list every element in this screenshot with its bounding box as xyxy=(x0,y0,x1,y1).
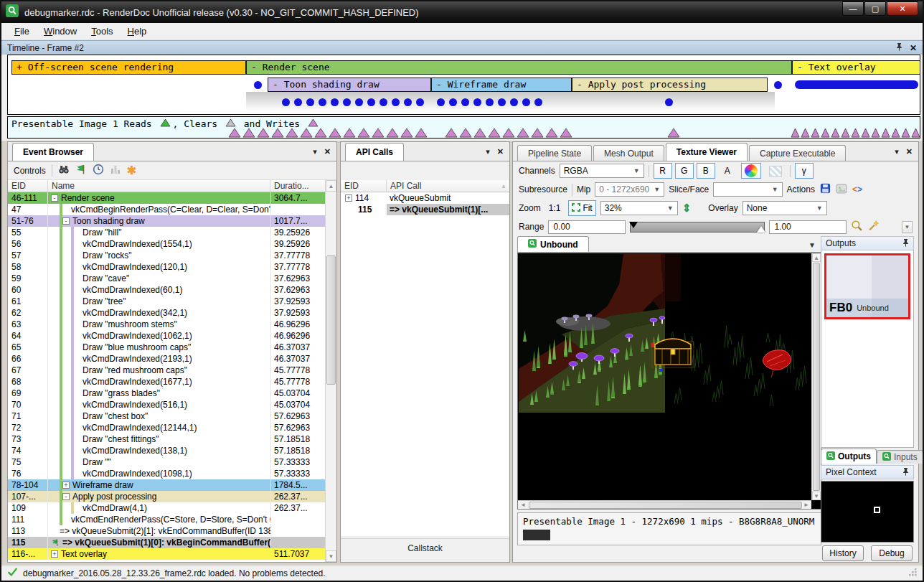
event-marker-pill[interactable] xyxy=(795,80,918,89)
minimize-button[interactable]: — xyxy=(842,1,864,16)
chevron-down-icon[interactable]: ▾ xyxy=(486,147,490,156)
write-markers-strip[interactable] xyxy=(228,128,428,140)
api-call-row[interactable]: 115=> vkQueueSubmit(1)[... xyxy=(341,204,509,215)
event-row[interactable]: 107-...-Apply post processing262.37... xyxy=(8,491,325,502)
rendered-scene-image[interactable] xyxy=(519,254,811,416)
column-duration[interactable]: Duratio... xyxy=(270,180,325,192)
event-marker-dot[interactable] xyxy=(404,98,412,106)
tab-api-calls[interactable]: API Calls xyxy=(345,143,404,161)
close-icon[interactable]: ✕ xyxy=(324,147,331,156)
event-marker-dot[interactable] xyxy=(437,98,445,106)
gamma-toggle[interactable]: γ xyxy=(795,163,814,179)
event-row[interactable]: 47vkCmdBeginRenderPass(C=Clear, D=Clear,… xyxy=(8,204,325,215)
event-marker-dot[interactable] xyxy=(331,98,339,106)
zoom-fit-button[interactable]: Fit xyxy=(568,200,595,216)
timeline-bar[interactable]: - Render scene xyxy=(246,60,792,75)
event-marker-dot[interactable] xyxy=(355,98,363,106)
bookmark-icon[interactable]: ✱ xyxy=(127,164,136,177)
write-markers-strip[interactable] xyxy=(791,128,920,140)
scroll-up-icon[interactable]: ▲ xyxy=(812,253,821,262)
event-row[interactable]: 109vkCmdDraw(4,1)262.37... xyxy=(8,502,325,514)
fb0-thumbnail[interactable]: FB0 Unbound xyxy=(824,253,910,319)
event-row[interactable]: 71Draw "chest box"57.62963 xyxy=(8,410,325,422)
event-row[interactable]: 70vkCmdDrawIndexed(516,1)45.03704 xyxy=(8,399,325,410)
event-row[interactable]: 46-111-Render scene3064.7... xyxy=(8,192,325,204)
channels-select[interactable]: RGBA ▼ xyxy=(560,164,644,178)
event-row[interactable]: 69Draw "grass blades"45.03704 xyxy=(8,388,325,399)
close-icon[interactable]: ✕ xyxy=(906,147,913,156)
event-marker-dot[interactable] xyxy=(665,98,673,106)
event-row[interactable]: 65Draw "blue mushroom caps"46.37037 xyxy=(8,342,325,353)
maximize-button[interactable]: ▢ xyxy=(864,1,886,16)
jump-to-event-icon[interactable] xyxy=(75,164,87,177)
scrollbar-thumb[interactable] xyxy=(529,502,802,509)
tab-inputs[interactable]: Inputs xyxy=(877,450,923,464)
event-row[interactable]: 66vkCmdDrawIndexed(2193,1)46.37037 xyxy=(8,353,325,365)
column-api-call[interactable]: API Call xyxy=(387,180,501,192)
tab-texture-viewer[interactable]: Texture Viewer xyxy=(666,143,748,161)
event-marker-dot[interactable] xyxy=(392,98,400,106)
event-row[interactable]: 68vkCmdDrawIndexed(1677,1)45.77778 xyxy=(8,376,325,388)
event-row[interactable]: 62vkCmdDrawIndexed(342,1)37.92593 xyxy=(8,307,325,319)
tab-outputs[interactable]: Outputs xyxy=(821,449,877,464)
overlay-select[interactable]: None ▼ xyxy=(742,201,827,215)
expand-icon[interactable]: + xyxy=(345,194,352,202)
callstack-section[interactable]: Callstack xyxy=(341,538,509,553)
view-code-icon[interactable]: <> xyxy=(852,184,862,194)
event-marker-dot[interactable] xyxy=(254,81,262,89)
autofit-wand-icon[interactable] xyxy=(867,220,880,234)
viewport-vscrollbar[interactable]: ▲ ▼ xyxy=(811,253,821,500)
flip-y-icon[interactable]: ⇕ xyxy=(682,202,692,215)
scroll-up-icon[interactable]: ▲ xyxy=(501,183,509,189)
scroll-down-icon[interactable]: ▼ xyxy=(326,550,336,562)
zoom-select[interactable]: 32% ▼ xyxy=(600,201,678,215)
event-row[interactable]: 51-76-Toon shading draw1017.7... xyxy=(8,215,325,227)
chevron-down-icon[interactable]: ▾ xyxy=(313,147,317,156)
tab-capture-executable[interactable]: Capture Executable xyxy=(749,145,846,161)
timeline-bar[interactable]: - Toon shading draw xyxy=(268,78,431,92)
event-row[interactable]: 60vkCmdDrawIndexed(60,1)37.62963 xyxy=(8,284,325,296)
tab-event-browser[interactable]: Event Browser xyxy=(12,143,94,161)
range-min-field[interactable]: 0.00 xyxy=(548,220,626,234)
open-resource-icon[interactable] xyxy=(836,184,847,196)
event-row[interactable]: 59Draw "cave"37.62963 xyxy=(8,273,325,284)
event-marker-dot[interactable] xyxy=(498,98,506,106)
timeline-canvas[interactable]: + Off-screen scene rendering- Render sce… xyxy=(7,55,920,115)
history-button[interactable]: History xyxy=(822,545,864,561)
event-row[interactable]: 56vkCmdDrawIndexed(1554,1)39.25926 xyxy=(8,238,325,250)
event-row[interactable]: 58vkCmdDrawIndexed(120,1)37.77778 xyxy=(8,261,325,273)
event-marker-dot[interactable] xyxy=(380,98,387,106)
range-slider[interactable] xyxy=(630,222,765,233)
event-row[interactable]: 57Draw "rocks"37.77778 xyxy=(8,250,325,261)
menu-item-file[interactable]: File xyxy=(7,24,37,39)
event-row[interactable]: 61Draw "tree"37.92593 xyxy=(8,296,325,307)
expand-icon[interactable]: + xyxy=(51,550,58,558)
scrollbar-thumb[interactable] xyxy=(326,255,336,385)
range-white-marker[interactable] xyxy=(757,226,765,233)
pixel-context-view[interactable] xyxy=(821,481,914,543)
event-browser-scrollbar[interactable]: ▲ ▼ xyxy=(325,180,336,562)
event-marker-dot[interactable] xyxy=(306,98,314,106)
channel-r-toggle[interactable]: R xyxy=(654,163,672,179)
event-row[interactable]: 74vkCmdDrawIndexed(138,1)57.18518 xyxy=(8,445,325,456)
expand-icon[interactable]: + xyxy=(62,482,70,489)
pin-icon[interactable] xyxy=(902,238,909,249)
collapse-icon[interactable]: - xyxy=(62,217,70,225)
event-marker-dot[interactable] xyxy=(473,98,481,106)
scroll-down-icon[interactable]: ▼ xyxy=(812,492,821,500)
event-row[interactable]: 75Draw ""57.33333 xyxy=(8,456,325,468)
save-texture-icon[interactable] xyxy=(820,183,831,196)
channel-b-toggle[interactable]: B xyxy=(697,163,715,179)
scroll-up-icon[interactable]: ▲ xyxy=(326,180,336,192)
tab-mesh-output[interactable]: Mesh Output xyxy=(593,145,664,161)
event-row[interactable]: 76vkCmdDrawIndexed(1098,1)57.33333 xyxy=(8,468,325,479)
column-eid[interactable]: EID xyxy=(8,180,48,192)
event-row[interactable]: 73Draw "chest fittings"57.18518 xyxy=(8,433,325,445)
statistics-icon[interactable] xyxy=(110,164,121,177)
timeline-bar[interactable]: + Off-screen scene rendering xyxy=(11,60,246,75)
scroll-right-icon[interactable]: ► xyxy=(801,502,811,508)
event-marker-dot[interactable] xyxy=(461,98,469,106)
timeline-bar[interactable]: - Wireframe draw xyxy=(431,78,572,92)
menu-item-window[interactable]: Window xyxy=(37,24,84,39)
timeline-bar[interactable]: - Text overlay xyxy=(792,60,920,75)
